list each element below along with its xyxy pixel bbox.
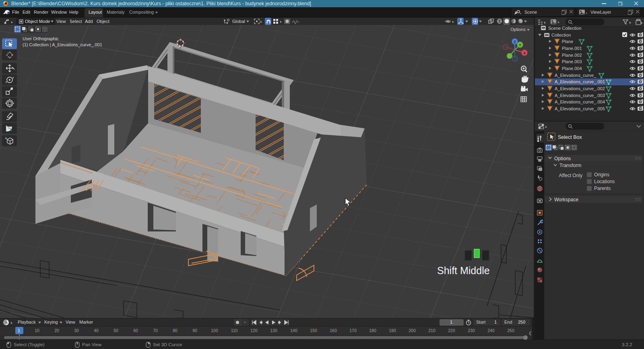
svg-text:Shift Middle: Shift Middle bbox=[437, 265, 490, 276]
svg-text:X: X bbox=[523, 51, 526, 55]
svg-text:Y: Y bbox=[519, 43, 521, 47]
svg-text:Z: Z bbox=[514, 40, 516, 44]
